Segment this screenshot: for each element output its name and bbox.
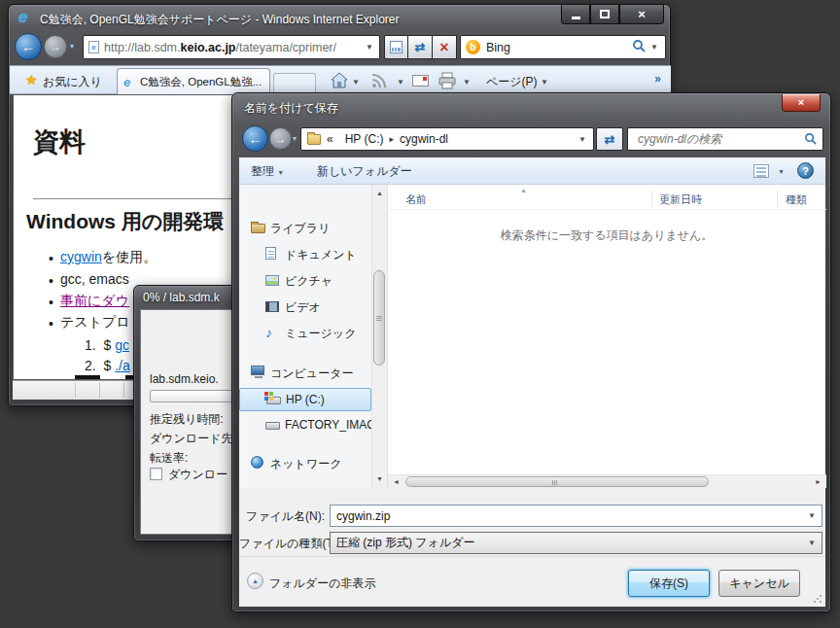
address-dropdown-icon[interactable]: ▼ — [366, 43, 379, 52]
back-button[interactable]: ← — [15, 33, 42, 60]
page-menu-button[interactable]: ページ(P) — [486, 74, 538, 90]
column-separator[interactable] — [777, 191, 778, 207]
recent-locations-dropdown-icon[interactable]: ▾ — [293, 134, 297, 143]
sidebar-item-computer[interactable]: コンピューター — [239, 362, 371, 385]
scroll-right-icon[interactable]: ► — [812, 475, 824, 488]
change-view-button[interactable] — [753, 164, 769, 178]
refresh-button[interactable]: ⇄ — [596, 127, 623, 151]
print-icon[interactable] — [438, 72, 457, 93]
organize-button[interactable]: 整理 ▼ — [251, 163, 284, 180]
scrollbar-thumb[interactable] — [373, 270, 385, 366]
ordered-item: 1. $ gc — [85, 337, 129, 353]
sidebar-item-pictures[interactable]: ピクチャ — [239, 269, 371, 293]
maximize-button[interactable] — [590, 5, 619, 24]
view-dropdown-icon[interactable]: ▼ — [778, 168, 785, 175]
maximize-icon — [600, 10, 610, 18]
resize-grip[interactable] — [813, 594, 822, 604]
search-box[interactable]: b Bing ▼ — [460, 35, 666, 59]
mail-badge — [423, 77, 427, 81]
forward-button[interactable]: → — [269, 127, 292, 150]
cygwin-link[interactable]: cygwin — [60, 249, 102, 264]
tab-active[interactable]: e C勉強会, OpenGL勉強... — [117, 68, 270, 95]
save-dialog-title: 名前を付けて保存 — [244, 100, 338, 117]
scrollbar-thumb[interactable] — [405, 476, 709, 487]
back-button[interactable]: ← — [242, 125, 268, 152]
minimize-button[interactable] — [561, 5, 590, 24]
compatibility-view-button[interactable] — [384, 35, 408, 59]
rss-icon[interactable] — [371, 73, 387, 92]
home-dropdown-icon[interactable]: ▼ — [352, 78, 360, 87]
search-dropdown-icon[interactable]: ▼ — [646, 43, 665, 52]
tab-title: C勉強会, OpenGL勉強... — [140, 75, 262, 89]
sidebar-item-hp-c-drive[interactable]: HP (C:) — [239, 388, 371, 411]
gcc-link[interactable]: gc — [115, 337, 129, 353]
scroll-left-icon[interactable]: ◄ — [390, 475, 402, 488]
history-dropdown-icon[interactable]: ▾ — [70, 42, 74, 51]
column-header-type[interactable]: 種類 — [786, 192, 807, 207]
eta-label: 推定残り時間: — [150, 411, 224, 428]
print-dropdown-icon[interactable]: ▼ — [463, 78, 471, 87]
breadcrumb-item-drive[interactable]: HP (C:) — [345, 132, 384, 146]
new-tab-button[interactable] — [273, 73, 316, 94]
refresh-button[interactable]: ⇄ — [408, 35, 433, 59]
column-headers: ▲ 名前 更新日時 種類 — [388, 189, 826, 210]
sidebar-item-documents[interactable]: ドキュメント — [239, 243, 371, 266]
scroll-up-icon[interactable]: ▲ — [372, 187, 387, 200]
column-separator[interactable] — [651, 191, 652, 207]
breadcrumb-dropdown-icon[interactable]: ▼ — [578, 135, 593, 144]
search-input[interactable] — [636, 130, 791, 148]
close-when-done-checkbox[interactable] — [150, 468, 162, 480]
back-arrow-icon: ← — [249, 131, 262, 147]
breadcrumb[interactable]: « HP (C:) ▸ cygwin-dl ▼ — [300, 127, 594, 151]
file-type-dropdown[interactable]: 圧縮 (zip 形式) フォルダー ▼ — [330, 532, 822, 554]
close-button[interactable]: × — [782, 94, 821, 112]
help-icon[interactable]: ? — [797, 162, 814, 179]
sidebar-item-videos[interactable]: ビデオ — [239, 296, 371, 319]
breadcrumb-overflow[interactable]: « — [327, 132, 333, 146]
column-header-date[interactable]: 更新日時 — [659, 192, 702, 207]
horizontal-scrollbar[interactable]: ◄ ► — [388, 474, 826, 488]
sidebar-item-factory-image[interactable]: FACTORY_IMAG — [239, 414, 371, 437]
file-list: ▲ 名前 更新日時 種類 検索条件に一致する項目はありません。 ◄ ► — [387, 185, 825, 488]
address-bar[interactable]: e http://lab.sdm.keio.ac.jp/tateyama/cpr… — [83, 35, 380, 59]
rss-dropdown-icon[interactable]: ▼ — [397, 78, 404, 87]
list-item: gcc, emacs — [60, 271, 129, 287]
toolbar-overflow-icon[interactable]: » — [654, 72, 661, 86]
sidebar-item-label: ドキュメント — [285, 247, 357, 263]
combobox-dropdown-icon[interactable]: ▼ — [808, 511, 822, 520]
network-icon — [251, 456, 263, 469]
page-menu-dropdown-icon[interactable]: ▼ — [541, 78, 548, 87]
new-folder-button[interactable]: 新しいフォルダー — [317, 163, 412, 180]
favorites-button[interactable]: お気に入り — [43, 74, 102, 90]
aout-link[interactable]: ./a — [115, 358, 130, 373]
sidebar-item-music[interactable]: ♪ミュージック — [239, 322, 371, 345]
hide-folders-label[interactable]: フォルダーの非表示 — [269, 576, 375, 592]
mail-icon[interactable] — [412, 75, 429, 87]
search-icon[interactable] — [632, 39, 646, 56]
column-header-name[interactable]: 名前 — [405, 192, 427, 207]
home-icon[interactable] — [331, 72, 348, 92]
page-icon: e — [88, 41, 99, 53]
save-button[interactable]: 保存(S) — [628, 570, 710, 597]
search-box[interactable] — [627, 127, 823, 151]
download-link[interactable]: 事前にダウ — [60, 293, 129, 308]
stop-button[interactable]: × — [433, 35, 457, 59]
file-name-combobox[interactable]: cygwin.zip ▼ — [330, 505, 822, 527]
chevron-down-icon: ▼ — [277, 169, 284, 176]
sidebar-scrollbar[interactable]: ▲ ▼ — [371, 185, 386, 488]
favorites-star-icon[interactable]: ★ — [25, 72, 38, 87]
page-heading-windows: Windows 用の開発環 — [26, 208, 224, 235]
hide-folders-button[interactable]: ▲ — [247, 573, 263, 589]
close-button[interactable]: × — [619, 5, 664, 24]
search-icon[interactable] — [804, 129, 822, 149]
sidebar-item-libraries[interactable]: ライブラリ — [239, 217, 371, 240]
dropdown-icon[interactable]: ▼ — [808, 539, 822, 547]
sidebar-item-network[interactable]: ネットワーク — [239, 452, 371, 475]
scroll-down-icon[interactable]: ▼ — [372, 472, 387, 486]
list-item: テストプロ — [60, 314, 130, 331]
cancel-button[interactable]: キャンセル — [718, 570, 800, 597]
breadcrumb-item-folder[interactable]: cygwin-dl — [400, 132, 448, 146]
chevron-right-icon[interactable]: ▸ — [383, 134, 400, 144]
forward-button[interactable]: → — [44, 35, 67, 58]
sidebar-item-label: ビデオ — [285, 299, 321, 316]
